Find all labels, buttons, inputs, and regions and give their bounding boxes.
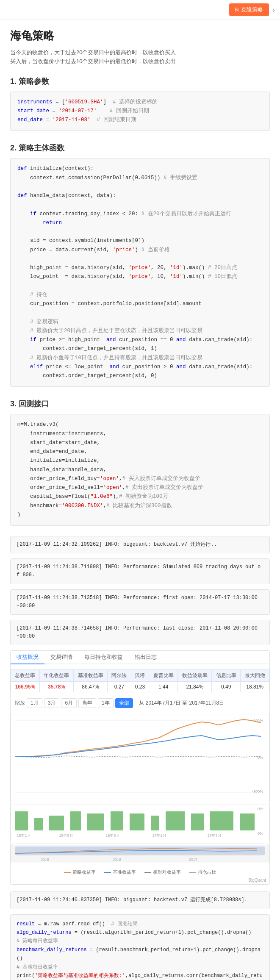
val-bench-return: 86.47% (74, 682, 108, 692)
period-1m[interactable]: 1月 (27, 698, 42, 708)
svg-rect-15 (49, 816, 64, 830)
svg-rect-21 (166, 811, 185, 830)
main-content: 海龟策略 当今天的收盘价，大于过去20个交易日中的最高价时，以收盘价买入 买入后… (0, 20, 280, 980)
period-year[interactable]: 当年 (78, 698, 96, 708)
period-3m[interactable]: 3月 (44, 698, 60, 708)
period-6m[interactable]: 6月 (61, 698, 77, 708)
section-main-func: 2. 策略主体函数 def initialize(context): conte… (10, 143, 270, 387)
section-params: 1. 策略参数 instruments = ['600519.SHA'] # 选… (10, 76, 270, 131)
timeline-svg: 2015 2016 2017 (11, 845, 269, 862)
svg-text:17年1月: 17年1月 (152, 833, 166, 838)
svg-rect-18 (111, 811, 123, 830)
result-code-block: result = m.raw_perf.read_df() # 回测结果 alg… (10, 914, 270, 980)
val-sharpe: 1.44 (149, 682, 178, 692)
val-annual-return: 35.78% (39, 682, 73, 692)
val-max-drawdown: 18.81% (241, 682, 269, 692)
section2-title: 2. 策略主体函数 (10, 143, 270, 153)
svg-text:0%: 0% (258, 831, 263, 836)
svg-text:2015: 2015 (41, 858, 49, 862)
svg-text:2017: 2017 (189, 858, 197, 862)
tab-daily-positions[interactable]: 每日持仓和收益 (78, 651, 129, 664)
tab-trade-details[interactable]: 交易详情 (44, 651, 78, 664)
svg-text:16年5月: 16年5月 (105, 833, 119, 838)
timeline-minimap: 2015 2016 2017 (11, 844, 269, 863)
col-header-sharpe: 夏普比率 (149, 670, 178, 682)
legend-relative-color (144, 872, 151, 873)
position-chart: 0% 0% 15年1月 15年9月 16年5月 17年1月 17年9月 (11, 805, 269, 840)
svg-rect-14 (34, 818, 43, 830)
clone-icon: ⎘ (235, 6, 238, 13)
log-block-1: [2017-11-09 11:24:32.109262] INFO: bigqu… (10, 536, 270, 553)
params-code: instruments = ['600519.SHA'] # 选择的投资标的 s… (10, 92, 270, 131)
returns-chart: 100% 0% -100% (11, 714, 269, 801)
legend-strategy-color (64, 872, 71, 873)
val-total-return: 166.95% (11, 682, 40, 692)
svg-rect-13 (15, 811, 28, 830)
date-range-prefix: 从 (139, 700, 144, 707)
legend-relative-label: 相对对收益率 (153, 869, 181, 875)
svg-rect-20 (151, 816, 159, 830)
col-header-bench-return: 基准收益率 (74, 670, 108, 682)
svg-rect-30 (15, 846, 265, 855)
svg-text:2016: 2016 (113, 858, 121, 862)
svg-rect-19 (130, 813, 144, 830)
svg-text:0%: 0% (258, 807, 263, 811)
log-block-5: [2017-11-09 11:24:40.837350] INFO: bigqu… (10, 891, 270, 909)
col-header-annual-return: 年化收益率 (39, 670, 73, 682)
col-header-max-drawdown: 最大回撤 (241, 670, 269, 682)
legend-benchmark-color (104, 872, 111, 873)
tab-output-log[interactable]: 输出日志 (129, 651, 163, 664)
legend-strategy: 策略收益率 (64, 869, 96, 875)
clone-label: 克隆策略 (241, 6, 263, 14)
page-description: 当今天的收盘价，大于过去20个交易日中的最高价时，以收盘价买入 买入后，当收盘价… (10, 48, 270, 66)
log-block-2: [2017-11-09 11:24:38.711998] INFO: Perfo… (10, 558, 270, 584)
position-chart-svg: 0% 0% 15年1月 15年9月 16年5月 17年1月 17年9月 (11, 805, 269, 839)
svg-text:15年1月: 15年1月 (17, 833, 30, 838)
legend-strategy-label: 策略收益率 (72, 869, 96, 875)
col-header-info-ratio: 信息比率 (212, 670, 241, 682)
returns-chart-svg: 100% 0% -100% (11, 714, 269, 799)
top-bar: ⎘ 克隆策略 › (0, 0, 280, 20)
legend-benchmark: 基准收益率 (104, 869, 136, 875)
clone-button[interactable]: ⎘ 克隆策略 (229, 3, 269, 16)
date-mid: 至 (182, 700, 187, 707)
col-header-volatility: 收益波动率 (178, 670, 212, 682)
legend-position: 持仓占比 (189, 869, 216, 875)
legend-relative: 相对对收益率 (144, 869, 181, 875)
svg-rect-22 (191, 813, 204, 830)
page-title: 海龟策略 (10, 28, 270, 43)
backtest-result-panel: 收益概况 交易详情 每日持仓和收益 输出日志 总收益率 年化收益率 基准收益率 … (10, 650, 270, 885)
section-backtest: 3. 回测接口 m=M.trade.v3( instruments=instru… (10, 399, 270, 980)
col-header-total-return: 总收益率 (11, 670, 40, 682)
section1-title: 1. 策略参数 (10, 76, 270, 86)
period-all[interactable]: 全部 (115, 698, 133, 708)
date-start: 2014年7月17日 (146, 700, 181, 707)
main-func-code: def initialize(context): context.set_com… (10, 158, 270, 387)
zoom-label: 缩放 (15, 700, 25, 707)
svg-rect-23 (210, 811, 233, 830)
backtest-tabs: 收益概况 交易详情 每日持仓和收益 输出日志 (11, 651, 269, 664)
svg-rect-16 (70, 811, 81, 830)
svg-rect-17 (87, 813, 104, 830)
val-info-ratio: 0.49 (212, 682, 241, 692)
val-beta: 0.23 (131, 682, 149, 692)
stats-table: 总收益率 年化收益率 基准收益率 阿尔法 贝塔 夏普比率 收益波动率 信息比率 … (11, 669, 269, 692)
svg-text:15年9月: 15年9月 (59, 833, 73, 838)
svg-rect-24 (240, 813, 255, 830)
col-header-beta: 贝塔 (131, 670, 149, 682)
val-volatility: 21.84% (178, 682, 212, 692)
period-1y[interactable]: 1年 (98, 698, 114, 708)
legend-position-color (189, 872, 196, 873)
chart-legend: 策略收益率 基准收益率 相对对收益率 持仓占比 (11, 866, 269, 878)
svg-text:17年9月: 17年9月 (207, 833, 221, 838)
legend-position-label: 持仓占比 (198, 869, 216, 875)
expand-button[interactable]: › (272, 6, 275, 14)
log-block-4: [2017-11-09 11:24:38.714658] INFO: Perfo… (10, 620, 270, 645)
period-selector: 缩放 1月 3月 6月 当年 1年 全部 从 2014年7月17日 至 2017… (11, 697, 269, 710)
section3-title: 3. 回测接口 (10, 399, 270, 409)
date-end: 2017年11月8日 (189, 700, 224, 707)
svg-text:0%: 0% (258, 755, 263, 760)
tab-yield-overview[interactable]: 收益概况 (11, 651, 44, 664)
log-block-3: [2017-11-09 11:24:38.713518] INFO: Perfo… (10, 589, 270, 615)
legend-benchmark-label: 基准收益率 (113, 869, 136, 875)
